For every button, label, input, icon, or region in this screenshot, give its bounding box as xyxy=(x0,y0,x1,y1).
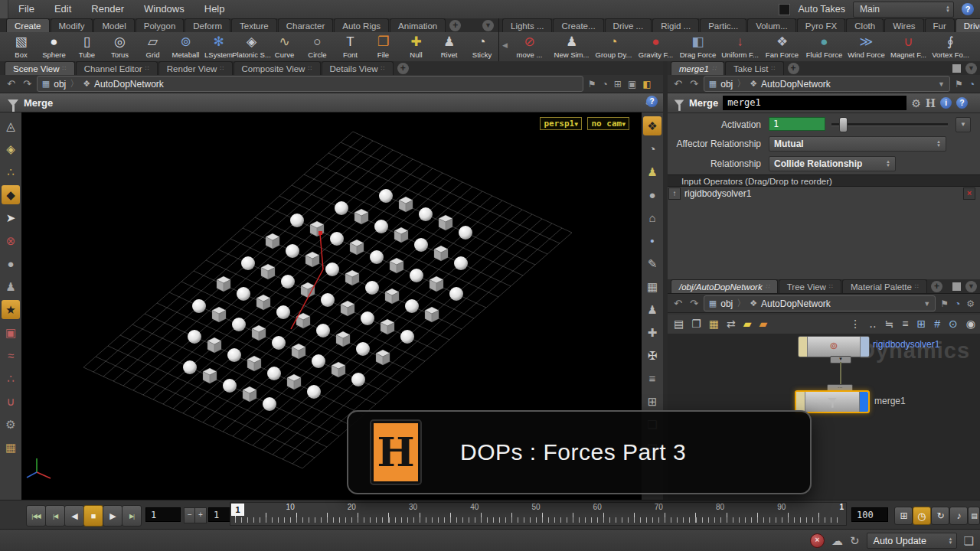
recook-icon[interactable]: ↻ xyxy=(850,534,860,548)
tool-sphere[interactable]: ●Sphere xyxy=(38,33,70,61)
tab-model[interactable]: Model xyxy=(93,18,134,32)
path-node[interactable]: AutoDopNetwork xyxy=(761,298,831,309)
pin-icon[interactable]: ⚑ xyxy=(953,79,965,90)
tool-metaball[interactable]: ⊚Metaball xyxy=(169,33,202,61)
node-label-rigidbodysolver[interactable]: rigidbodysolver1 xyxy=(873,339,939,350)
node-display-flag[interactable] xyxy=(859,392,868,412)
tab-texture[interactable]: Texture xyxy=(231,18,277,32)
resimulate-button[interactable]: ↻ xyxy=(931,507,949,525)
viewport-tool-icon[interactable]: ★ xyxy=(2,300,20,319)
pane-menu-icon[interactable]: ▼ xyxy=(965,281,977,292)
pin-icon[interactable]: ⚑ xyxy=(586,79,598,90)
next-keyframe-button[interactable]: ▶| xyxy=(122,505,142,527)
tool-new-sim[interactable]: ♟New Sim... xyxy=(550,33,593,61)
realtime-toggle-button[interactable]: ◷ xyxy=(913,507,931,525)
tool-magnet-f[interactable]: ∪Magnet F... xyxy=(887,33,929,61)
delete-input-icon[interactable]: × xyxy=(963,187,975,200)
viewport-tool-icon[interactable]: ∴ xyxy=(2,369,20,388)
menu-render[interactable]: Render xyxy=(81,0,134,18)
new-tab-icon[interactable]: + xyxy=(449,20,461,31)
tab-modify[interactable]: Modify xyxy=(51,18,93,32)
new-tab-icon[interactable]: + xyxy=(931,281,942,292)
path-field[interactable]: ▦ obj 〉 ❖ AutoDopNetwork ▼ xyxy=(704,295,936,311)
range-end-field[interactable]: 100 xyxy=(851,507,888,522)
network-toolbar-icon[interactable]: ▦ xyxy=(709,316,719,331)
audio-options-button[interactable]: ♪ xyxy=(949,507,968,525)
viewport-tool-icon[interactable]: ✠ xyxy=(643,346,662,365)
menu-help[interactable]: Help xyxy=(194,0,235,18)
path-node[interactable]: AutoDopNetwork xyxy=(761,79,831,90)
tool-box[interactable]: ▧Box xyxy=(5,33,38,61)
tool-circle[interactable]: ○Circle xyxy=(301,33,334,61)
help-icon[interactable]: ? xyxy=(956,97,968,109)
viewport-tool-icon[interactable]: ♟ xyxy=(643,300,662,319)
playbar-menu-button[interactable]: ▤ xyxy=(968,507,980,525)
viewport-tool-icon[interactable]: ◆ xyxy=(2,185,20,204)
houdini-logo-icon[interactable]: H xyxy=(926,97,936,109)
shelf-left-menu-icon[interactable]: ▼ xyxy=(482,20,494,31)
network-toolbar-icon[interactable]: ◉ xyxy=(966,316,975,331)
camera-persp-button[interactable]: persp1▼ xyxy=(540,117,582,130)
tool-sticky[interactable]: ◔Sticky xyxy=(466,33,498,61)
tool-grid[interactable]: ▱Grid xyxy=(136,33,169,61)
tab-material-palette[interactable]: Material Palette∷ xyxy=(842,279,927,293)
node-bypass-flag[interactable] xyxy=(796,392,805,412)
help-icon[interactable]: ? xyxy=(962,3,974,15)
tab-tree-view[interactable]: Tree View∷ xyxy=(779,279,841,293)
new-tab-icon[interactable]: + xyxy=(788,63,799,74)
network-toolbar-icon[interactable]: ▰ xyxy=(743,316,752,331)
take-select[interactable]: Main ▲▼ xyxy=(853,2,954,18)
tab-details-view[interactable]: Details View∷ xyxy=(322,61,394,75)
viewport-tool-icon[interactable]: ◈ xyxy=(2,139,20,158)
network-toolbar-icon[interactable]: ⊙ xyxy=(949,316,958,331)
node-bypass-flag[interactable] xyxy=(799,337,808,357)
tab-wires[interactable]: Wires xyxy=(884,18,923,32)
viewport-tool-icon[interactable]: ∪ xyxy=(2,392,20,411)
tool-rivet[interactable]: ♟Rivet xyxy=(433,33,466,61)
tool-font[interactable]: TFont xyxy=(334,33,367,61)
tab-drive[interactable]: Drive ... xyxy=(605,18,652,32)
tab-auto-rigs[interactable]: Auto Rigs xyxy=(334,18,389,32)
tab-animation[interactable]: Animation xyxy=(390,18,446,32)
pane-split-icon[interactable]: ◧ xyxy=(641,79,652,90)
gear-icon[interactable]: ⚙ xyxy=(911,97,921,109)
network-toolbar-icon[interactable]: ‥ xyxy=(869,316,876,331)
gear-icon[interactable]: ⚙ xyxy=(965,298,976,309)
nav-back-icon[interactable]: ↶ xyxy=(5,78,18,90)
activation-menu-button[interactable]: ▼ xyxy=(956,117,971,132)
timeline-ruler[interactable]: 102030405060708090 1 1 xyxy=(230,502,847,526)
activation-slider-handle[interactable] xyxy=(839,117,848,132)
tool-move[interactable]: ⊘move ... xyxy=(508,33,550,61)
tab-lights[interactable]: Lights ... xyxy=(502,18,552,32)
nav-back-icon[interactable]: ↶ xyxy=(671,298,684,309)
viewport-tool-icon[interactable]: ✚ xyxy=(643,323,662,342)
play-button[interactable]: ▶ xyxy=(103,505,122,527)
camera-select-button[interactable]: no cam▼ xyxy=(587,117,629,130)
tab-obj-autodopnetwork[interactable]: /obj/AutoDopNetwork∷ xyxy=(671,279,778,293)
path-root[interactable]: obj xyxy=(720,298,733,309)
input-operator-row[interactable]: ↑ rigidbodysolver1 × xyxy=(668,187,980,200)
layout-icon[interactable]: ⊞ xyxy=(612,79,623,90)
menu-edit[interactable]: Edit xyxy=(44,0,81,18)
node-rigidbodysolver[interactable]: ⊚ xyxy=(798,336,870,357)
viewport-tool-icon[interactable]: ➤ xyxy=(2,208,20,227)
tool-curve[interactable]: ∿Curve xyxy=(268,33,301,61)
node-merge[interactable] xyxy=(795,390,870,413)
affector-select[interactable]: Mutual ▲▼ xyxy=(769,136,946,152)
viewport-tool-icon[interactable]: ♟ xyxy=(2,277,20,296)
tab-deform[interactable]: Deform xyxy=(185,18,230,32)
current-frame-field[interactable]: 1 xyxy=(145,507,181,522)
animation-options-button[interactable]: ⊞ xyxy=(894,507,913,525)
menu-windows[interactable]: Windows xyxy=(134,0,194,18)
tool-group-dy[interactable]: ◔Group Dy... xyxy=(593,33,635,61)
network-toolbar-icon[interactable]: # xyxy=(934,316,940,331)
frame-increment-button[interactable]: + xyxy=(194,507,207,523)
tab-create[interactable]: Create... xyxy=(553,18,603,32)
path-node[interactable]: AutoDopNetwork xyxy=(94,79,164,90)
pane-maximize-icon[interactable] xyxy=(952,64,961,73)
render-flipbook-icon[interactable]: ❏ xyxy=(964,534,974,548)
viewport-tool-icon[interactable]: ✎ xyxy=(643,254,662,273)
viewport-tool-icon[interactable]: ◬ xyxy=(2,116,20,135)
network-toolbar-icon[interactable]: ≡ xyxy=(902,316,908,331)
tool-platonic-s[interactable]: ◈Platonic S... xyxy=(235,33,268,61)
